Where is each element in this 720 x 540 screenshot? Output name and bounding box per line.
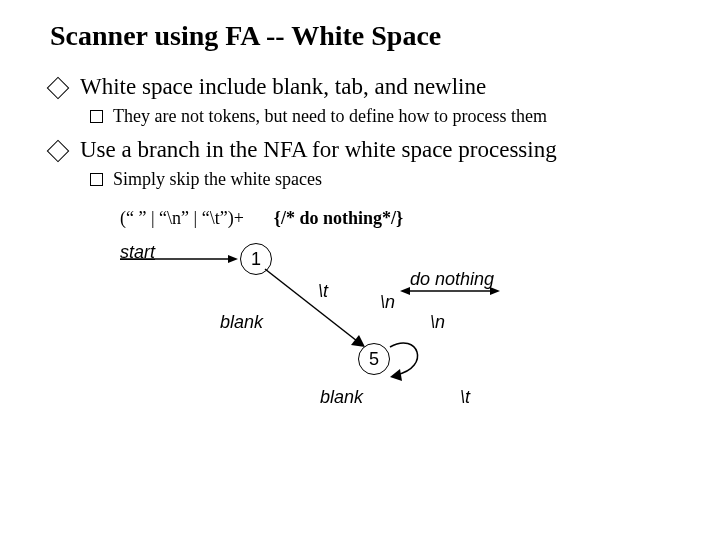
- diamond-bullet-icon: [47, 77, 70, 100]
- self-loop-5: [388, 339, 436, 388]
- arrow-start-to-1: [120, 254, 240, 279]
- rule-row: (“ ” | “\n” | “\t”)+ {/* do nothing*/}: [120, 208, 670, 229]
- fa-diagram: start 1 5 \t \n blank do nothing: [110, 237, 670, 437]
- bullet-text: They are not tokens, but need to define …: [113, 106, 547, 127]
- bullet-level2: Simply skip the white spaces: [90, 169, 670, 190]
- loop-label-newline: \n: [430, 312, 445, 333]
- loop-label-blank: blank: [320, 387, 363, 408]
- bullet-level2: They are not tokens, but need to define …: [90, 106, 670, 127]
- bullet-text: Simply skip the white spaces: [113, 169, 322, 190]
- rule-rhs: {/* do nothing*/}: [274, 208, 403, 229]
- slide-title: Scanner using FA -- White Space: [50, 20, 670, 52]
- diamond-bullet-icon: [47, 140, 70, 163]
- edge-label-blank: blank: [220, 312, 263, 333]
- state-5: 5: [358, 343, 390, 375]
- edge-label-tab: \t: [318, 281, 328, 302]
- svg-line-2: [265, 269, 357, 341]
- rule-lhs: (“ ” | “\n” | “\t”)+: [120, 208, 244, 229]
- svg-marker-6: [490, 287, 500, 295]
- edge-label-newline: \n: [380, 292, 395, 313]
- svg-marker-1: [228, 255, 238, 263]
- svg-marker-3: [351, 335, 365, 347]
- square-bullet-icon: [90, 110, 103, 123]
- square-bullet-icon: [90, 173, 103, 186]
- loop-label-tab: \t: [460, 387, 470, 408]
- state-label: 1: [251, 249, 261, 270]
- arrow-do-nothing: [400, 285, 500, 306]
- svg-marker-5: [400, 287, 410, 295]
- bullet-text: Use a branch in the NFA for white space …: [80, 137, 557, 163]
- bullet-level1: White space include blank, tab, and newl…: [50, 74, 670, 100]
- bullet-level1: Use a branch in the NFA for white space …: [50, 137, 670, 163]
- state-label: 5: [369, 349, 379, 370]
- svg-marker-7: [390, 369, 402, 381]
- bullet-text: White space include blank, tab, and newl…: [80, 74, 486, 100]
